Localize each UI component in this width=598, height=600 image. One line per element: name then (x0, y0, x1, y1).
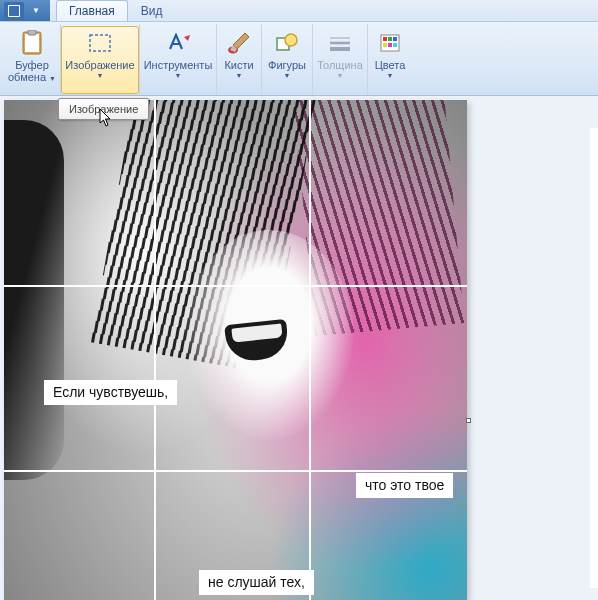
canvas[interactable]: Если чувствуешь, что это твое не слушай … (4, 100, 467, 600)
svg-rect-4 (25, 34, 39, 52)
shapes-button[interactable]: Фигуры ▼ (262, 26, 312, 94)
workspace: Если чувствуешь, что это твое не слушай … (0, 96, 598, 600)
clipboard-label: Буфер обмена ▼ (8, 59, 56, 85)
chevron-down-icon: ▼ (49, 75, 56, 82)
chevron-down-icon: ▼ (337, 72, 344, 79)
tooltip-image: Изображение (58, 98, 149, 120)
colors-label: Цвета (375, 59, 406, 71)
resize-handle-right[interactable] (466, 418, 471, 423)
svg-rect-18 (388, 43, 392, 47)
svg-rect-16 (393, 37, 397, 41)
clipboard-button[interactable]: Буфер обмена ▼ (4, 26, 60, 94)
brushes-button[interactable]: Кисти ▼ (217, 26, 261, 94)
tab-view[interactable]: Вид (128, 0, 176, 21)
svg-rect-17 (383, 43, 387, 47)
qat-dropdown-icon[interactable]: ▼ (26, 2, 46, 20)
svg-rect-6 (90, 35, 110, 51)
image-button[interactable]: Изображение ▼ (61, 26, 139, 94)
group-colors: Цвета ▼ (368, 24, 412, 95)
shapes-label: Фигуры (268, 59, 306, 71)
svg-rect-14 (383, 37, 387, 41)
image-caption-3: не слушай тех, (199, 570, 314, 595)
svg-rect-2 (9, 13, 19, 16)
image-caption-1: Если чувствуешь, (44, 380, 177, 405)
image-label: Изображение (65, 59, 134, 71)
group-image: Изображение ▼ (61, 24, 140, 95)
colors-icon (372, 28, 408, 58)
image-caption-2: что это твое (356, 473, 453, 498)
tools-button[interactable]: Инструменты ▼ (140, 26, 216, 94)
chevron-down-icon: ▼ (97, 72, 104, 79)
ribbon: Буфер обмена ▼ Изображение ▼ Инструменты… (0, 22, 598, 96)
svg-rect-19 (393, 43, 397, 47)
scrollbar-track[interactable] (590, 128, 598, 588)
svg-rect-1 (9, 6, 19, 13)
group-thickness: Толщина ▼ (313, 24, 368, 95)
ribbon-tabs: Главная Вид (50, 0, 175, 21)
svg-point-9 (285, 34, 297, 46)
svg-rect-5 (28, 30, 36, 35)
brush-icon (221, 28, 257, 58)
tools-label: Инструменты (144, 59, 213, 71)
colors-button[interactable]: Цвета ▼ (368, 26, 412, 94)
thickness-icon (317, 28, 363, 58)
app-menu-button[interactable] (4, 2, 24, 20)
thickness-label: Толщина (317, 59, 363, 71)
clipboard-icon (8, 28, 56, 58)
image-dark-region (4, 120, 64, 480)
chevron-down-icon: ▼ (387, 72, 394, 79)
chevron-down-icon: ▼ (175, 72, 182, 79)
brushes-label: Кисти (224, 59, 253, 71)
shapes-icon (266, 28, 308, 58)
group-tools: Инструменты ▼ (140, 24, 217, 95)
quick-access-toolbar: ▼ (0, 0, 50, 21)
group-clipboard: Буфер обмена ▼ (4, 24, 61, 95)
chevron-down-icon: ▼ (284, 72, 291, 79)
chevron-down-icon: ▼ (236, 72, 243, 79)
group-brushes: Кисти ▼ (217, 24, 262, 95)
tab-home[interactable]: Главная (56, 0, 128, 21)
select-rect-icon (65, 28, 135, 58)
svg-rect-15 (388, 37, 392, 41)
group-shapes: Фигуры ▼ (262, 24, 313, 95)
text-tool-icon (144, 28, 212, 58)
thickness-button[interactable]: Толщина ▼ (313, 26, 367, 94)
titlebar: ▼ Главная Вид (0, 0, 598, 22)
